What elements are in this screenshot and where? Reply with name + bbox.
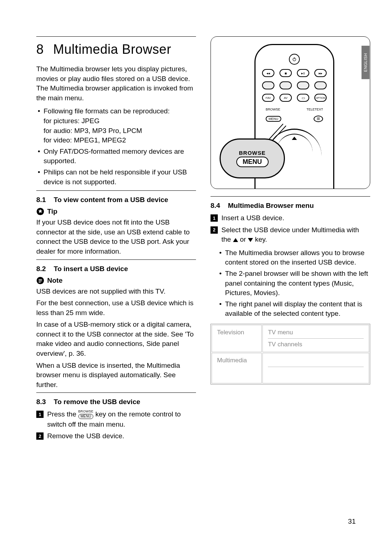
browse-menu-callout: BROWSE MENU xyxy=(220,138,285,178)
color-button xyxy=(279,81,292,89)
bullet-b: The 2-panel browser will be shown with t… xyxy=(218,269,370,298)
subsection-number: 8.1 xyxy=(36,196,49,204)
teletext-button: ≡ xyxy=(314,116,323,122)
step-1-text: Insert a USB device. xyxy=(221,213,284,223)
note-p1: USB devices are not supplied with this T… xyxy=(36,287,196,297)
step-2: 2 Remove the USB device. xyxy=(36,431,196,441)
step-1: 1 Insert a USB device. xyxy=(211,213,370,223)
divider xyxy=(36,190,196,191)
color-button xyxy=(262,81,274,89)
av-button: AV xyxy=(279,94,292,102)
formats-lead: Following file formats can be reproduced… xyxy=(44,107,170,115)
option-button: OPTION xyxy=(314,94,327,102)
bullet-a: The Multimedia browser allows you to bro… xyxy=(218,248,370,267)
menu-table: Television TV menu TV channels Multimedi… xyxy=(211,324,370,384)
note-label: Note xyxy=(47,277,62,285)
step-number-icon: 1 xyxy=(211,214,218,222)
svg-rect-4 xyxy=(38,282,41,282)
play-pause-icon: ▸ıı xyxy=(297,69,309,77)
fat-note: Only FAT/DOS-formatted memory devices ar… xyxy=(36,147,196,166)
section-number: 8 xyxy=(36,42,44,57)
subsection-number: 8.4 xyxy=(211,202,223,210)
subsection-title: To remove the USB device xyxy=(54,398,140,406)
format-button: ▭ xyxy=(297,94,309,102)
power-icon xyxy=(289,54,300,65)
svg-rect-2 xyxy=(38,279,42,280)
note-p2: For the best connection, use a USB devic… xyxy=(36,298,196,318)
table-cell-tv-right: TV menu TV channels xyxy=(262,325,369,352)
philips-note: Philips can not be held responsible if y… xyxy=(36,168,196,187)
note-icon xyxy=(36,277,44,285)
note-p3: In case of a USB-memory stick or a digit… xyxy=(36,320,196,358)
section-title: Multimedia Browser xyxy=(53,42,171,57)
remote-illustration: ◂◂ ■ ▸ıı ▸▸ FAV AV xyxy=(211,36,370,189)
subsection-number: 8.2 xyxy=(36,265,49,273)
subsection-8-4: 8.4 Multimedia Browser menu xyxy=(211,202,370,210)
section-heading: 8 Multimedia Browser xyxy=(36,42,196,57)
step-2-text-c: key. xyxy=(255,235,267,243)
subsection-8-1: 8.1 To view content from a USB device xyxy=(36,196,196,204)
tv-menu-label: TV menu xyxy=(268,329,364,339)
callout-browse-label: BROWSE xyxy=(239,150,266,156)
table-cell-multimedia: Multimedia xyxy=(212,353,262,383)
subsection-8-2: 8.2 To insert a USB device xyxy=(36,265,196,273)
divider xyxy=(36,259,196,260)
subsection-number: 8.3 xyxy=(36,398,49,406)
s84-bullets: The Multimedia browser allows you to bro… xyxy=(218,248,370,319)
formats-pictures: for pictures: JPEG xyxy=(44,117,99,125)
page-number: 31 xyxy=(348,517,356,525)
step-2: 2 Select the USB device under Multimedia… xyxy=(211,225,370,245)
subsection-title: To view content from a USB device xyxy=(54,196,168,204)
step-number-icon: 2 xyxy=(36,432,44,440)
table-cell-television: Television xyxy=(212,325,262,352)
menu-key-icon: BROWSE MENU xyxy=(78,409,94,419)
rewind-icon: ◂◂ xyxy=(262,69,274,77)
fav-button: FAV xyxy=(262,94,274,102)
note-row: Note xyxy=(36,277,196,285)
step-number-icon: 2 xyxy=(211,226,218,234)
left-column: 8 Multimedia Browser The Multimedia brow… xyxy=(36,36,196,443)
teletext-label: TELETEXT xyxy=(306,108,323,111)
subsection-title: Multimedia Browser menu xyxy=(228,202,314,210)
step-number-icon: 1 xyxy=(36,411,44,418)
divider xyxy=(211,196,370,197)
color-button xyxy=(314,81,327,89)
up-arrow-icon xyxy=(233,238,238,242)
stop-icon: ■ xyxy=(279,69,292,77)
color-button xyxy=(297,81,309,89)
tv-channels-label: TV channels xyxy=(268,341,364,348)
step-1: 1 Press the BROWSE MENU key on the remot… xyxy=(36,410,196,429)
right-column: ◂◂ ■ ▸ıı ▸▸ FAV AV xyxy=(211,36,370,443)
tip-icon xyxy=(36,207,44,215)
subsection-title: To insert a USB device xyxy=(54,265,128,273)
formats-video: for video: MPEG1, MPEG2 xyxy=(44,136,126,144)
step-2-text: Remove the USB device. xyxy=(47,431,124,441)
tip-row: Tip xyxy=(36,207,196,215)
step-1-text-a: Press the xyxy=(47,410,78,418)
formats-audio: for audio: MP3, MP3 Pro, LPCM xyxy=(44,127,142,134)
tip-text: If your USB device does not fit into the… xyxy=(36,218,196,256)
down-arrow-icon xyxy=(248,238,253,242)
step-2-text-b: or xyxy=(240,235,248,243)
note-p4: When a USB device is inserted, the Multi… xyxy=(36,361,196,390)
subsection-8-3: 8.3 To remove the USB device xyxy=(36,398,196,406)
divider xyxy=(36,36,196,37)
formats-list: Following file formats can be reproduced… xyxy=(36,106,196,187)
table-cell-mm-right xyxy=(262,353,369,383)
svg-rect-3 xyxy=(38,281,42,281)
intro-text: The Multimedia browser lets you display … xyxy=(36,64,196,103)
tip-label: Tip xyxy=(47,207,57,215)
callout-menu-label: MENU xyxy=(236,157,269,167)
divider xyxy=(36,392,196,393)
bullet-c: The right panel will display the content… xyxy=(218,299,370,319)
browse-label: BROWSE xyxy=(266,108,280,111)
forward-icon: ▸▸ xyxy=(314,69,327,77)
